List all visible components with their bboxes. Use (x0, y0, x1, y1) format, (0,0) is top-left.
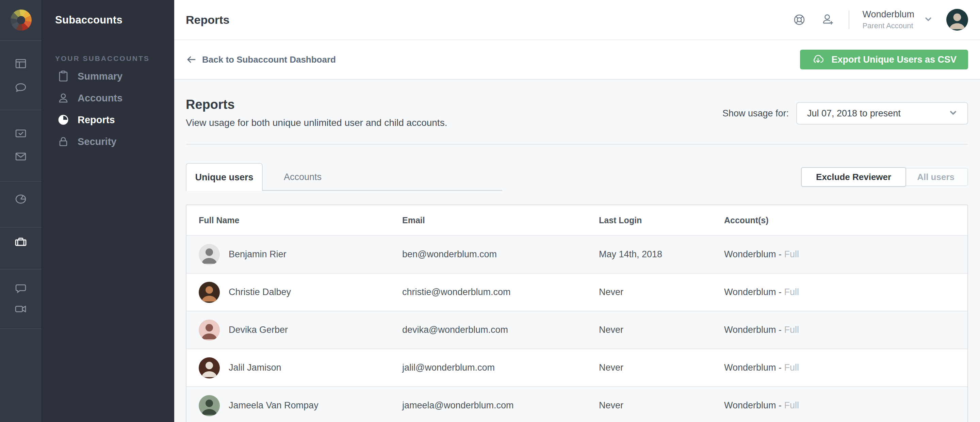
usage-filter: Show usage for: Jul 07, 2018 to present (722, 97, 968, 124)
sidebar-item-label: Accounts (78, 92, 123, 104)
subaccounts-sidebar: Subaccounts YOUR SUBACCOUNTS Summary Acc… (42, 0, 174, 422)
section-heading-block: Reports View usage for both unique unlim… (186, 97, 447, 128)
avatar-silhouette (199, 395, 220, 416)
all-users-button[interactable]: All users (904, 168, 968, 186)
app-logo-pinwheel[interactable] (11, 10, 32, 30)
account-switcher[interactable]: Wonderblum Parent Account (862, 9, 933, 30)
lock-icon (57, 135, 69, 148)
user-last-login: Never (599, 287, 724, 298)
column-header-full-name: Full Name (186, 215, 402, 225)
user-accounts: Wonderblum - Full (724, 287, 967, 298)
rail-divider (0, 227, 41, 228)
cloud-download-icon (811, 53, 824, 66)
column-header-accounts: Account(s) (724, 215, 967, 225)
avatar (199, 282, 220, 303)
date-range-select[interactable]: Jul 07, 2018 to present (796, 102, 968, 124)
account-name-text: Wonderblum - (724, 325, 782, 335)
table-row: Benjamin Rier ben@wonderblum.com May 14t… (186, 235, 967, 273)
user-email: christie@wonderblum.com (402, 287, 599, 298)
pie-chart-icon[interactable] (13, 192, 28, 207)
tabs: Unique users Accounts (186, 162, 343, 191)
rail-divider (0, 110, 41, 110)
sidebar-item-security[interactable]: Security (42, 131, 174, 153)
pie-icon (57, 114, 69, 126)
app-window: Subaccounts YOUR SUBACCOUNTS Summary Acc… (0, 0, 980, 422)
table-header: Full Name Email Last Login Account(s) (186, 205, 967, 235)
arrow-left-icon (186, 54, 197, 65)
chevron-down-icon (923, 14, 933, 25)
invite-user-icon[interactable] (820, 12, 836, 27)
tabs-row: Unique users Accounts Exclude Reviewer A… (186, 162, 968, 191)
user-avatar[interactable] (946, 9, 968, 30)
table-row: Jalil Jamison jalil@wonderblum.com Never… (186, 349, 967, 386)
export-csv-label: Export Unique Users as CSV (831, 54, 956, 65)
briefcase-icon[interactable] (13, 235, 28, 250)
back-to-dashboard-link[interactable]: Back to Subaccount Dashboard (186, 54, 336, 65)
user-email: devika@wonderblum.com (402, 325, 599, 335)
account-label: Wonderblum Parent Account (862, 9, 914, 30)
user-email: jalil@wonderblum.com (402, 362, 599, 373)
header-actions: Wonderblum Parent Account (791, 9, 968, 30)
reports-content: Reports View usage for both unique unlim… (174, 80, 980, 422)
page-title: Reports (186, 13, 229, 27)
user-last-login: Never (599, 362, 724, 373)
section-description: View usage for both unique unlimited use… (186, 118, 447, 128)
date-range-value: Jul 07, 2018 to present (807, 108, 901, 119)
user-full-name: Devika Gerber (229, 325, 288, 335)
account-name-text: Wonderblum - (724, 249, 782, 259)
account-plan-text: Full (784, 400, 799, 411)
usage-filter-label: Show usage for: (722, 108, 789, 119)
user-full-name: Christie Dalbey (229, 287, 291, 298)
account-name-text: Wonderblum - (724, 362, 782, 373)
account-plan-text: Full (784, 287, 799, 297)
account-name-text: Wonderblum - (724, 400, 782, 411)
comment-icon[interactable] (13, 281, 28, 296)
header-divider (849, 11, 850, 29)
account-name-text: Wonderblum - (724, 287, 782, 297)
column-header-last-login: Last Login (599, 215, 724, 225)
section-title: Reports (186, 97, 447, 112)
envelope-icon[interactable] (13, 149, 28, 164)
user-last-login: Never (599, 325, 724, 335)
sidebar-title: Subaccounts (55, 0, 123, 40)
export-csv-button[interactable]: Export Unique Users as CSV (800, 50, 968, 69)
sidebar-item-label: Security (78, 136, 116, 147)
avatar (199, 395, 220, 416)
video-camera-icon[interactable] (13, 301, 28, 317)
avatar-silhouette (946, 9, 968, 30)
top-header: Reports Wonderblum Parent Account (174, 0, 980, 40)
table-row: Jameela Van Rompay jameela@wonderblum.co… (186, 386, 967, 422)
avatar-silhouette (199, 282, 220, 303)
avatar-silhouette (199, 320, 220, 341)
account-type: Parent Account (862, 21, 914, 30)
avatar (199, 244, 220, 265)
user-full-name: Benjamin Rier (229, 249, 286, 260)
sidebar-item-accounts[interactable]: Accounts (42, 87, 174, 109)
unique-users-table: Full Name Email Last Login Account(s) Be… (186, 205, 968, 422)
user-accounts: Wonderblum - Full (724, 249, 967, 260)
action-bar: Back to Subaccount Dashboard Export Uniq… (174, 40, 980, 80)
section-divider (186, 144, 968, 145)
table-row: Devika Gerber devika@wonderblum.com Neve… (186, 311, 967, 349)
user-last-login: Never (599, 400, 724, 411)
tab-label: Unique users (195, 172, 253, 183)
survey-check-icon[interactable] (13, 126, 28, 141)
help-lifebuoy-icon[interactable] (791, 12, 807, 27)
layout-icon[interactable] (13, 56, 28, 71)
user-accounts: Wonderblum - Full (724, 400, 967, 411)
avatar (199, 320, 220, 341)
tab-unique-users[interactable]: Unique users (186, 163, 263, 191)
user-full-name: Jalil Jamison (229, 362, 282, 373)
sidebar-section-label: YOUR SUBACCOUNTS (55, 54, 150, 63)
sidebar-item-summary[interactable]: Summary (42, 65, 174, 87)
sidebar-item-reports[interactable]: Reports (42, 109, 174, 131)
tab-accounts[interactable]: Accounts (263, 163, 343, 191)
rail-divider (0, 181, 41, 182)
avatar-silhouette (199, 244, 220, 265)
chat-bubble-icon[interactable] (13, 80, 28, 95)
exclude-reviewer-button[interactable]: Exclude Reviewer (801, 167, 906, 187)
clipboard-icon (57, 70, 69, 82)
section-header: Reports View usage for both unique unlim… (186, 80, 968, 128)
user-email: ben@wonderblum.com (402, 249, 599, 260)
user-accounts: Wonderblum - Full (724, 325, 967, 335)
